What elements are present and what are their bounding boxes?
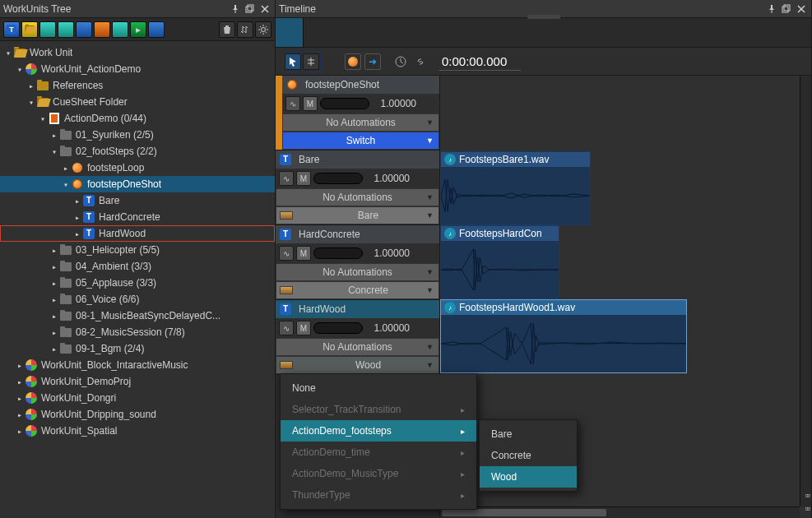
tree-workunit-actiondemo[interactable]: ▾ WorkUnit_ActionDemo — [0, 61, 275, 77]
tree-item-bgm[interactable]: ▸ 09-1_Bgm (2/4) — [0, 340, 275, 357]
trash-icon[interactable] — [219, 21, 235, 38]
timeline-tab-strip — [276, 18, 811, 48]
tree-item-musicbeat[interactable]: ▸ 08-1_MusicBeatSyncDelayedC... — [0, 308, 275, 324]
tree-references[interactable]: ▸ References — [0, 77, 275, 94]
volume-slider[interactable] — [320, 98, 369, 109]
tree-actiondemo-cue[interactable]: ▾ ActionDemo (0/44) — [0, 110, 275, 127]
cut-tool-icon[interactable] — [303, 53, 319, 70]
tree-wu-dongri[interactable]: ▸ WorkUnit_Dongri — [0, 390, 275, 406]
play-icon[interactable]: ➜ — [364, 53, 381, 70]
close-icon[interactable] — [258, 2, 271, 16]
pin-icon[interactable] — [229, 2, 242, 16]
tool-btn-flag[interactable]: ▸ — [130, 21, 146, 38]
automations-dropdown[interactable]: No Automations▼ — [276, 263, 439, 281]
tree-item-footsteponeshot[interactable]: ▾ footstepOneShot — [0, 176, 275, 192]
track-header-oneshot[interactable]: footstepOneShot ∿ M 1.00000 No Automatio… — [276, 76, 439, 150]
volume-slider[interactable] — [313, 322, 363, 334]
switch-dropdown[interactable]: Switch▼ — [282, 132, 439, 150]
restore-icon[interactable] — [780, 2, 793, 16]
tree-item-footsteploop[interactable]: ▸ footstepLoop — [0, 160, 275, 176]
tool-btn-folder[interactable] — [21, 21, 38, 38]
tree-item-voice[interactable]: ▸ 06_Voice (6/6) — [0, 291, 275, 308]
automations-dropdown[interactable]: No Automations▼ — [276, 188, 439, 206]
tree-item-hardconcrete[interactable]: ▸ T HardConcrete — [0, 209, 275, 225]
cursor-tool-icon[interactable] — [285, 53, 301, 70]
horizontal-scrollbar[interactable] — [440, 506, 800, 518]
close-icon[interactable] — [795, 2, 808, 16]
waveform-icon[interactable]: ∿ — [279, 321, 294, 335]
clip-bare[interactable]: ♪ FootstepsBare1.wav — [440, 151, 591, 225]
track-header-concrete[interactable]: T HardConcrete ∿ M 1.00000 No Automation… — [276, 225, 439, 300]
tree-item-footsteps[interactable]: ▾ 02_footSteps (2/2) — [0, 143, 275, 160]
scrollbar-thumb[interactable] — [442, 509, 606, 516]
tree-item-bare[interactable]: ▸ T Bare — [0, 192, 275, 209]
restore-icon[interactable] — [244, 2, 257, 16]
mute-button[interactable]: M — [296, 246, 311, 261]
tool-btn-1[interactable]: T — [3, 21, 20, 38]
track-header-bare[interactable]: T Bare ∿ M 1.00000 No Automations▼ Bare▼ — [276, 150, 439, 225]
tool-btn-5[interactable] — [76, 21, 92, 38]
drag-handle-icon[interactable] — [527, 15, 560, 19]
clip-wood[interactable]: ♪ FootstepsHardWood1.wav — [440, 299, 687, 373]
tree-cuesheet-folder[interactable]: ▾ CueSheet Folder — [0, 94, 275, 110]
clip-concrete[interactable]: ♪ FootstepsHardCon — [440, 225, 559, 299]
automations-dropdown[interactable]: No Automations▼ — [282, 113, 439, 132]
volume-value: 1.00000 — [369, 247, 410, 259]
sort-icon[interactable] — [237, 21, 253, 38]
waveform-icon: ♪ — [444, 154, 456, 165]
tree-item-ambient[interactable]: ▸ 04_Ambient (3/3) — [0, 258, 275, 275]
selector-context-menu: None Selector_TrackTransition▸ ActionDem… — [280, 373, 477, 510]
tree-wu-demo[interactable]: ▸ WorkUnit_DemoProj — [0, 373, 275, 390]
tree-item-helicopter[interactable]: ▸ 03_Helicopter (5/5) — [0, 242, 275, 258]
automations-dropdown[interactable]: No Automations▼ — [276, 338, 439, 356]
volume-slider[interactable] — [313, 173, 363, 184]
gear-icon[interactable] — [255, 21, 271, 38]
selector-dropdown[interactable]: Wood▼ — [276, 356, 439, 374]
tool-btn-7[interactable] — [112, 21, 128, 38]
menu-item-musictype[interactable]: ActionDemo_MusicType▸ — [281, 463, 476, 484]
timecode-display[interactable]: 0:00:00.000 — [438, 53, 521, 71]
clock-icon[interactable] — [392, 53, 409, 70]
tree-item-syuriken[interactable]: ▸ 01_Syuriken (2/5) — [0, 127, 275, 143]
waveform-icon[interactable]: ∿ — [279, 246, 294, 261]
timeline-title: Timeline — [279, 3, 316, 15]
submenu-item-wood[interactable]: Wood — [480, 466, 577, 488]
submenu-item-concrete[interactable]: Concrete — [480, 445, 577, 466]
svg-rect-4 — [784, 5, 790, 11]
tree-item-applause[interactable]: ▸ 05_Applause (3/3) — [0, 275, 275, 291]
submenu-item-bare[interactable]: Bare — [480, 423, 577, 445]
tree-root[interactable]: ▾ Work Unit — [0, 44, 275, 61]
track-header-wood[interactable]: T HardWood ∿ M 1.00000 No Automations▼ W… — [276, 300, 439, 375]
tree-item-hardwood[interactable]: ▸ T HardWood — [0, 225, 275, 242]
mute-button[interactable]: M — [296, 171, 311, 186]
link-icon[interactable] — [412, 53, 429, 70]
menu-item-none[interactable]: None — [281, 377, 476, 399]
tool-btn-4[interactable] — [58, 21, 74, 38]
selector-dropdown[interactable]: Bare▼ — [276, 206, 439, 224]
tool-btn-9[interactable] — [148, 21, 165, 38]
waveform-icon[interactable]: ∿ — [285, 96, 300, 111]
menu-item-thundertype[interactable]: ThunderType▸ — [281, 484, 476, 506]
tool-btn-6[interactable] — [94, 21, 110, 38]
menu-item-footsteps[interactable]: ActionDemo_footsteps▸ — [281, 420, 476, 442]
waveform-icon[interactable]: ∿ — [279, 171, 294, 186]
selector-dropdown[interactable]: Concrete▼ — [276, 281, 439, 299]
pin-icon[interactable] — [765, 2, 778, 16]
tool-btn-3[interactable] — [39, 21, 56, 38]
record-icon[interactable] — [345, 53, 361, 70]
tree-wu-drip[interactable]: ▸ WorkUnit_Dripping_sound — [0, 406, 275, 423]
tree-wu-spatial[interactable]: ▸ WorkUnit_Spatial — [0, 423, 275, 439]
tree-wu-block[interactable]: ▸ WorkUnit_Block_IntaractiveMusic — [0, 357, 275, 373]
mute-button[interactable]: M — [303, 96, 318, 111]
menu-item-tracktransition[interactable]: Selector_TrackTransition▸ — [281, 399, 476, 420]
resize-grip-icon[interactable]: ▫▫▫▫ — [805, 488, 808, 515]
volume-slider[interactable] — [313, 247, 363, 259]
track-name: footstepOneShot — [305, 79, 379, 90]
vertical-scrollbar[interactable] — [800, 76, 811, 506]
workunits-title: WorkUnits Tree — [3, 3, 71, 15]
track-name: Bare — [299, 154, 319, 165]
tree-item-musicsession[interactable]: ▸ 08-2_MusicSession (7/8) — [0, 324, 275, 340]
menu-item-time[interactable]: ActionDemo_time▸ — [281, 442, 476, 463]
mute-button[interactable]: M — [296, 321, 311, 335]
workunits-tree[interactable]: ▾ Work Unit ▾ WorkUnit_ActionDemo ▸ Refe… — [0, 41, 275, 518]
